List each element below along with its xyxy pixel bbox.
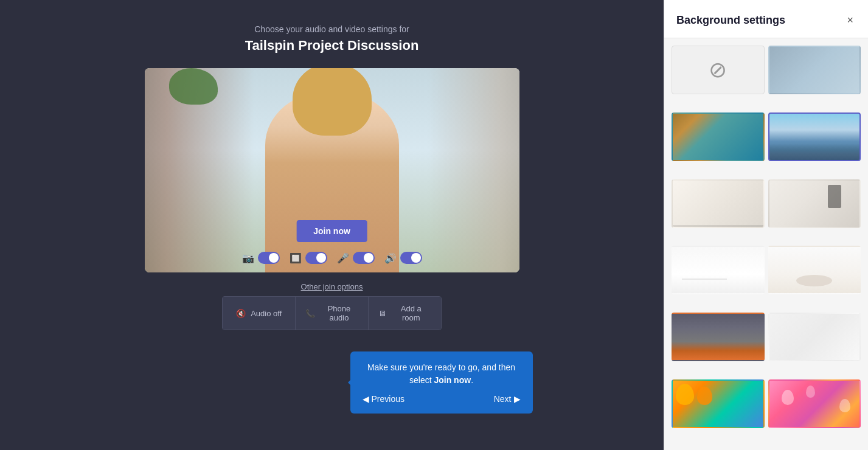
tooltip-navigation: ◀ Previous Next ▶ xyxy=(363,394,521,404)
add-room-button[interactable]: 🖥 Add a room xyxy=(369,297,441,330)
close-panel-button[interactable]: × xyxy=(844,12,856,28)
video-control: 📷 xyxy=(242,252,280,264)
background-toggle[interactable] xyxy=(305,252,327,264)
background-option-white3[interactable] xyxy=(768,313,861,361)
sound-control: 🔊 xyxy=(384,252,422,264)
phone-audio-button[interactable]: 📞 Phone audio xyxy=(296,297,369,330)
controls-bar: 📷 🔲 🎤 🔊 xyxy=(145,252,519,264)
next-arrow-icon: ▶ xyxy=(514,394,521,404)
video-icon: 📷 xyxy=(242,252,254,264)
audio-off-icon: 🔇 xyxy=(236,309,246,318)
tooltip-bold: Join now xyxy=(434,375,471,385)
tooltip-text: Make sure you're ready to go, and then s… xyxy=(363,361,521,387)
background-option-interior1[interactable] xyxy=(672,179,765,228)
mic-toggle[interactable] xyxy=(353,252,375,264)
background-option-city[interactable] xyxy=(768,112,861,161)
sound-toggle[interactable] xyxy=(400,252,422,264)
person-hair xyxy=(293,68,372,136)
background-option-office2[interactable] xyxy=(672,313,765,361)
meeting-title: Tailspin Project Discussion xyxy=(245,38,419,54)
add-room-icon: 🖥 xyxy=(378,309,386,318)
sound-icon: 🔊 xyxy=(384,252,397,264)
prev-arrow-icon: ◀ xyxy=(363,394,369,404)
background-option-blur[interactable] xyxy=(768,46,861,94)
background-control: 🔲 xyxy=(290,252,327,264)
tooltip-suffix: . xyxy=(471,375,473,385)
background-option-colorful2[interactable] xyxy=(768,379,861,428)
background-settings-panel: Background settings × ⊘ xyxy=(664,0,868,450)
other-join-options-link[interactable]: Other join options xyxy=(301,282,363,291)
no-background-icon: ⊘ xyxy=(709,57,727,83)
audio-off-label: Audio off xyxy=(251,309,282,318)
phone-audio-icon: 📞 xyxy=(305,309,315,318)
plant-decoration xyxy=(169,68,218,105)
background-option-white2[interactable] xyxy=(768,246,861,294)
prev-label: Previous xyxy=(372,394,404,404)
next-label: Next xyxy=(494,394,512,404)
mic-control: 🎤 xyxy=(337,252,375,264)
meeting-subtitle: Choose your audio and video settings for xyxy=(245,24,419,34)
join-now-button[interactable]: Join now xyxy=(296,220,367,242)
tooltip-prev-button[interactable]: ◀ Previous xyxy=(363,394,404,404)
panel-header: Background settings × xyxy=(664,0,868,38)
panel-title: Background settings xyxy=(676,14,785,27)
mic-icon: 🎤 xyxy=(337,252,349,264)
background-option-colorful1[interactable] xyxy=(672,379,765,428)
header: Choose your audio and video settings for… xyxy=(245,24,419,54)
phone-audio-label: Phone audio xyxy=(320,304,358,322)
background-option-none[interactable]: ⊘ xyxy=(672,46,765,94)
tooltip-next-button[interactable]: Next ▶ xyxy=(494,394,521,404)
background-option-white1[interactable] xyxy=(672,246,765,294)
video-toggle[interactable] xyxy=(258,252,280,264)
backgrounds-grid: ⊘ xyxy=(664,38,868,450)
background-option-interior2[interactable] xyxy=(768,179,861,228)
shelf-right xyxy=(428,68,519,272)
background-icon: 🔲 xyxy=(290,252,302,264)
join-options-bar: 🔇 Audio off 📞 Phone audio 🖥 Add a room xyxy=(222,296,441,330)
background-option-office1[interactable] xyxy=(672,112,765,161)
audio-off-button[interactable]: 🔇 Audio off xyxy=(223,297,296,330)
add-room-label: Add a room xyxy=(391,304,431,322)
tooltip: Make sure you're ready to go, and then s… xyxy=(350,351,533,414)
video-preview: Join now 📷 🔲 🎤 🔊 xyxy=(145,68,519,272)
main-area: Choose your audio and video settings for… xyxy=(0,0,664,450)
